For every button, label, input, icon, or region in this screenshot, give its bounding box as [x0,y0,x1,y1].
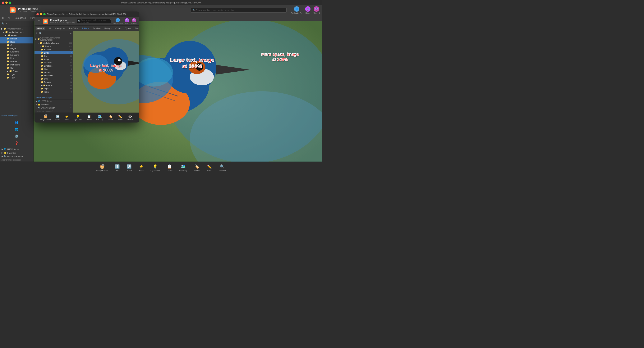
tree-emotions[interactable]: 📁 Emotions [0,53,33,56]
adjust-button[interactable]: ✏️ Adjust [203,163,216,173]
modal-tree-train[interactable]: 📁 Train 6 [34,90,73,93]
modal-tab-colors[interactable]: Colors [114,27,123,30]
people-icon[interactable]: 👥 [14,119,20,125]
tree-photos[interactable]: ▼ 📁 Photos [0,34,33,37]
modal-tree-owl[interactable]: 📁 Owl 1 [34,77,73,80]
pixelmator-pro-button[interactable]: 🔷 Pixelmator Pro [291,6,302,14]
tree-train[interactable]: 📁 Train [0,76,33,79]
modal-tree-marketing[interactable]: ▼ 📁 Marketing Images 236 [34,41,73,45]
modal-share-button[interactable]: ↗️ Share [53,114,62,121]
modal-batch-button[interactable]: ⚡ Batch [62,114,71,121]
modal-tree-photos[interactable]: ▼ 📁 Photos 236 [34,45,73,48]
info-button[interactable]: ℹ️ Info [112,163,123,173]
modal-tab-states[interactable]: States [133,27,139,30]
modal-tree-mountains[interactable]: 📁 Mountains 17 [34,74,73,77]
modal-tree-elephant[interactable]: 📁 Elephant 11 [34,61,73,64]
modal-filter-icon[interactable]: ⚙ [36,32,38,35]
modal-geo-tag-button[interactable]: 🗺️ GEO Tag [94,114,106,121]
share-button[interactable]: ↗️ Share [123,163,135,173]
tree-owl[interactable]: 📁 Owl [0,66,33,69]
light-table-button[interactable]: 💡 Light Table [147,163,163,173]
modal-tree-tiger[interactable]: 📁 Tiger 14 [34,87,73,90]
tree-elephant[interactable]: 📁 Elephant [0,50,33,53]
help-icon[interactable]: ❓ [14,140,20,146]
tree-models[interactable]: 📁 Models [0,60,33,63]
affinity2-button[interactable]: 🔮 Affinity 2 [313,6,320,14]
modal-add-icon[interactable]: + [70,32,72,35]
modal-minimize-button[interactable] [40,13,42,15]
maximize-button[interactable] [9,1,11,4]
tree-tiger[interactable]: 📁 Tiger [0,73,33,76]
modal-tree-root[interactable]: ▶ 📁 /Volumes/UsersShared [UsersShared] [34,36,73,41]
tree-lion[interactable]: 📁 Lion [0,56,33,60]
geo-tag-button[interactable]: 🗺️ GEO Tag [176,163,191,173]
modal-adjust-button[interactable]: ✏️ Adjust [116,114,125,121]
modal-hamburger[interactable]: ☰ [36,19,41,23]
favorites-section[interactable]: ▶ ⭐ Favorites [0,151,33,155]
modal-tab-timeline[interactable]: Timeline [91,27,102,30]
tab-all[interactable]: All [6,16,12,20]
modal-dynamic-search[interactable]: ▶ 🔍 Dynamic Search ≡ [34,106,73,110]
sidebar-filter-icon[interactable]: 🔍 [2,22,4,25]
modal-back-button[interactable]: ◀ Back [36,27,45,30]
modal-tree-people[interactable]: ▶ 📁 People 47 [34,84,73,87]
modal-tree-penguin[interactable]: 📁 Penguin 24 [34,80,73,84]
details-button[interactable]: 📋 Details [163,163,176,173]
modal-tree-car[interactable]: 📁 Car 28 [34,54,73,58]
sidebar-search-icon[interactable]: + [6,22,7,25]
modal-labels-button[interactable]: 🏷️ Labels [106,114,116,121]
modal-tree-emotions[interactable]: 📁 Emotions 21 [34,64,73,67]
modal-http-server[interactable]: ▶ 🌐 HTTP Server [34,100,73,103]
modal-light-table-button[interactable]: 💡 Light Table [71,114,84,121]
filter-icon[interactable]: ⚙ [2,17,4,19]
modal-details-button[interactable]: 📋 Details [84,114,94,121]
modal-maximize-button[interactable] [43,13,46,15]
modal-see-all[interactable]: see all 236 images [34,96,73,100]
globe-icon[interactable]: 🌐 [14,126,20,132]
modal-close-button[interactable] [36,13,39,15]
image-basket-button[interactable]: 6 🧺 Image Basket [93,163,112,173]
http-server-section[interactable]: ▶ 🌐 HTTP Server [0,147,33,151]
tree-marketing-images[interactable]: ▼ 📁 Marketing Ima... [0,30,33,34]
batch-button[interactable]: ⚡ Batch [135,163,147,173]
tree-birds[interactable]: 📁 Birds [0,40,33,43]
dynamic-search-section[interactable]: ▶ 🔍 Dynamic Search [0,155,33,158]
modal-search-bar[interactable]: 🔍 Type a word or phrase to start searchi… [77,19,111,23]
modal-tree-eagle[interactable]: 📁 Eagle 7 [34,58,73,61]
modal-affinity2-button[interactable]: 🔮 Affinity 2 [131,18,137,24]
tree-root[interactable]: ▶ 📁 /Volumes/UsersS... [0,27,33,30]
preview-button[interactable]: 🔍 Preview [216,163,229,173]
tree-eagle[interactable]: 📁 Eagle [0,47,33,50]
modal-tab-portfolios[interactable]: Portfolios [68,27,80,30]
modal-tab-categories[interactable]: Categories [54,27,67,30]
tree-people[interactable]: ▶ 📁 People [0,69,33,73]
tree-mountains[interactable]: 📁 Mountains [0,63,33,66]
tab-categories[interactable]: Categories [13,16,28,20]
modal-tree-lion[interactable]: 📁 Lion 8 [34,67,73,71]
modal-affinity-button[interactable]: 🔮 Affinity [125,18,130,24]
gear-icon[interactable]: ⚙️ [14,133,20,139]
modal-tree-models[interactable]: 📁 Models 31 [34,71,73,74]
modal-preview-button[interactable]: 👁️ Preview [125,114,136,121]
hamburger-button[interactable]: ☰ [2,7,7,13]
affinity-button[interactable]: 🔮 Affinity [305,6,310,14]
modal-tab-types[interactable]: Types [124,27,132,30]
see-all-link[interactable]: see all 236 images [0,114,33,118]
modal-tree-balloon[interactable]: 📁 Balloon 19 [34,48,73,51]
image-overlay-text-left: Large text, imageat 100% [170,57,214,70]
modal-favorites[interactable]: ▶ ⭐ Favorites ≡ [34,103,73,106]
modal-search-icon-sm[interactable]: 🔍 [39,32,42,35]
tree-balloon[interactable]: 📁 Balloon [0,37,33,40]
modal-basket-button[interactable]: 6 🧺 Image Basket [38,114,53,121]
main-search-bar[interactable]: 🔍 Type a word or phrase to start searchi… [191,8,286,13]
modal-pixelmator-button[interactable]: 🔷 Pixelmator Pro [113,18,123,24]
minimize-button[interactable] [5,1,8,4]
labels-button[interactable]: 🏷️ Labels [191,163,203,173]
tree-car[interactable]: 📁 Car [0,43,33,47]
modal-tab-all[interactable]: All [47,27,53,30]
modal-affinity2-icon: 🔮 [132,18,136,22]
modal-tab-ratings[interactable]: Ratings [103,27,113,30]
modal-tree-birds[interactable]: 📁 Birds 2 [34,51,73,54]
close-button[interactable] [2,1,4,4]
modal-tab-folders[interactable]: Folders [80,27,90,30]
